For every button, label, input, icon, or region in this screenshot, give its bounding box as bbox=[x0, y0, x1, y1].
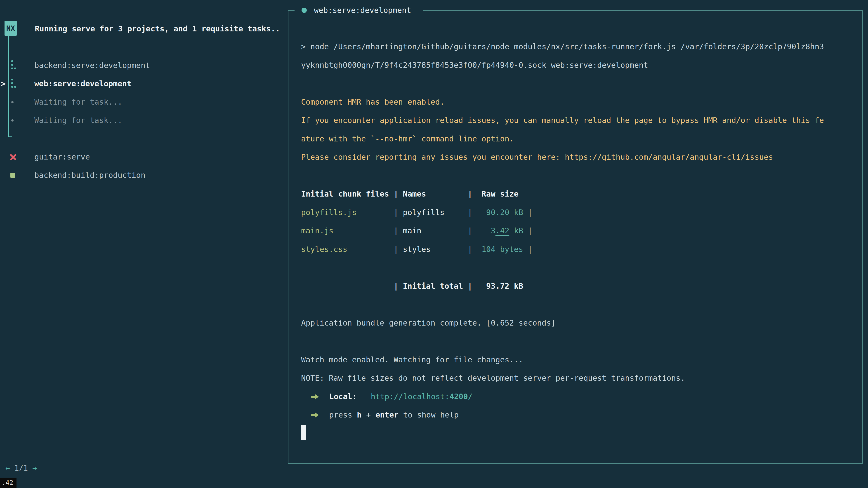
text-segment: Local: bbox=[329, 392, 357, 401]
terminal-line: Please consider reporting any issues you… bbox=[301, 148, 824, 166]
text-segment: NOTE: Raw file sizes do not reflect deve… bbox=[301, 373, 685, 383]
text-segment: Please consider reporting any issues you… bbox=[301, 153, 773, 162]
text-segment: | Initial total | 93.72 kB bbox=[301, 282, 523, 291]
text-segment: If you encounter application reload issu… bbox=[301, 116, 824, 125]
terminal-line: Component HMR has been enabled. bbox=[301, 93, 824, 111]
text-segment bbox=[320, 392, 329, 401]
dot-icon bbox=[11, 119, 13, 122]
text-segment: | styles | bbox=[347, 245, 472, 254]
text-segment: yyknnbtgh0000gn/T/9f4c243785f8453e3f00/f… bbox=[301, 61, 648, 70]
task-item-backend-build-production[interactable]: backend:build:production bbox=[0, 166, 283, 184]
panel-border-top-left-segment bbox=[288, 10, 294, 11]
running-status-dot-icon bbox=[302, 8, 307, 13]
text-segment: | main | bbox=[333, 226, 472, 235]
task-label: backend:build:production bbox=[34, 166, 145, 184]
terminal-output: > node /Users/mhartington/Github/guitars… bbox=[301, 37, 824, 443]
text-segment: | bbox=[523, 208, 532, 217]
terminal-line bbox=[301, 74, 824, 93]
text-segment: 90.20 kB bbox=[472, 208, 523, 217]
terminal-line bbox=[301, 295, 824, 314]
terminal-line: Application bundle generation complete. … bbox=[301, 314, 824, 332]
task-label: guitar:serve bbox=[34, 148, 90, 166]
text-segment: main.js bbox=[301, 226, 333, 235]
task-item-waiting-for-task-[interactable]: Waiting for task... bbox=[0, 93, 283, 111]
terminal-line bbox=[301, 424, 824, 443]
page-count-value: 1/1 bbox=[14, 464, 28, 473]
page-count bbox=[10, 464, 14, 473]
terminal-screen: { "colors": { "background": "#162f3b", "… bbox=[0, 0, 868, 488]
text-segment bbox=[301, 392, 310, 401]
task-label: Waiting for task... bbox=[34, 111, 122, 129]
link-hover-preview: .42 bbox=[0, 478, 17, 488]
terminal-line: > node /Users/mhartington/Github/guitars… bbox=[301, 37, 824, 56]
terminal-line: styles.css | styles | 104 bytes | bbox=[301, 240, 824, 259]
text-segment: + bbox=[362, 410, 375, 419]
spacer bbox=[28, 464, 32, 473]
page-left-arrow-icon: ← bbox=[5, 464, 10, 473]
text-segment: styles.css bbox=[301, 245, 347, 254]
task-item-guitar-serve[interactable]: guitar:serve bbox=[0, 148, 283, 166]
text-segment bbox=[357, 392, 371, 401]
spinner-icon bbox=[11, 78, 13, 80]
text-segment bbox=[301, 410, 310, 419]
text-segment: | polyfills | bbox=[357, 208, 472, 217]
text-segment: kB bbox=[509, 226, 523, 235]
task-item-backend-serve-development[interactable]: backend:serve:development bbox=[0, 56, 283, 74]
terminal-line: ature with the `--no-hmr` command line o… bbox=[301, 130, 824, 148]
runner-status-title: Running serve for 3 projects, and 1 requ… bbox=[35, 23, 280, 35]
terminal-line: main.js | main | 3.42 kB | bbox=[301, 222, 824, 240]
task-label: web:serve:development bbox=[34, 74, 131, 93]
text-segment: | bbox=[523, 226, 532, 235]
spinner-icon bbox=[11, 60, 13, 62]
square-icon bbox=[10, 173, 16, 178]
text-segment: | bbox=[523, 245, 532, 254]
nx-logo-badge: NX bbox=[4, 21, 17, 36]
terminal-line: yyknnbtgh0000gn/T/9f4c243785f8453e3f00/f… bbox=[301, 56, 824, 74]
text-segment: Application bundle generation complete. … bbox=[301, 318, 556, 327]
terminal-line: Local: http://localhost:4200/ bbox=[301, 387, 824, 406]
link-text[interactable]: http://localhost: bbox=[371, 392, 450, 401]
selected-chevron-icon: > bbox=[0, 74, 6, 93]
cross-icon bbox=[9, 153, 17, 161]
text-segment: enter bbox=[375, 410, 399, 419]
link-text[interactable]: .42 bbox=[495, 226, 509, 235]
text-segment: > node /Users/mhartington/Github/guitars… bbox=[301, 42, 824, 51]
terminal-line: polyfills.js | polyfills | 90.20 kB | bbox=[301, 203, 824, 222]
task-item-waiting-for-task-[interactable]: Waiting for task... bbox=[0, 111, 283, 129]
text-segment: h bbox=[357, 410, 362, 419]
task-list-gap bbox=[0, 129, 283, 148]
terminal-line: If you encounter application reload issu… bbox=[301, 111, 824, 130]
text-segment: polyfills.js bbox=[301, 208, 357, 217]
task-label: Waiting for task... bbox=[34, 93, 122, 111]
text-segment bbox=[320, 410, 329, 419]
arrow-right-icon bbox=[310, 392, 320, 400]
terminal-line: Initial chunk files | Names | Raw size bbox=[301, 185, 824, 203]
terminal-line: | Initial total | 93.72 kB bbox=[301, 277, 824, 295]
task-item-web-serve-development[interactable]: >web:serve:development bbox=[0, 74, 283, 93]
page-right-arrow-icon: → bbox=[32, 464, 37, 473]
panel-title: web:serve:development bbox=[314, 6, 411, 15]
text-segment: Watch mode enabled. Watching for file ch… bbox=[301, 355, 523, 364]
page-indicator: ← 1/1 → bbox=[5, 461, 37, 475]
text-segment: to show help bbox=[399, 410, 459, 419]
link-text[interactable]: / bbox=[468, 392, 472, 401]
terminal-line bbox=[301, 258, 824, 277]
terminal-cursor bbox=[301, 425, 306, 440]
link-text[interactable]: 4200 bbox=[450, 392, 468, 401]
text-segment: ature with the `--no-hmr` command line o… bbox=[301, 134, 514, 143]
task-sidebar: NX Running serve for 3 projects, and 1 r… bbox=[0, 0, 283, 488]
text-segment: 104 bytes bbox=[472, 245, 523, 254]
task-list: backend:serve:development>web:serve:deve… bbox=[0, 56, 283, 184]
panel-border-top-right-segment bbox=[423, 10, 863, 11]
arrow-right-icon bbox=[310, 411, 320, 419]
terminal-line bbox=[301, 166, 824, 185]
text-segment: 3 bbox=[472, 226, 495, 235]
task-label: backend:serve:development bbox=[34, 56, 150, 74]
terminal-line: Watch mode enabled. Watching for file ch… bbox=[301, 351, 824, 369]
dot-icon bbox=[11, 101, 13, 103]
text-segment: press bbox=[329, 410, 357, 419]
panel-title-row: web:serve:development bbox=[302, 4, 411, 16]
terminal-line: NOTE: Raw file sizes do not reflect deve… bbox=[301, 369, 824, 387]
text-segment: Initial chunk files | Names | Raw size bbox=[301, 189, 519, 198]
text-segment: Component HMR has been enabled. bbox=[301, 97, 445, 106]
